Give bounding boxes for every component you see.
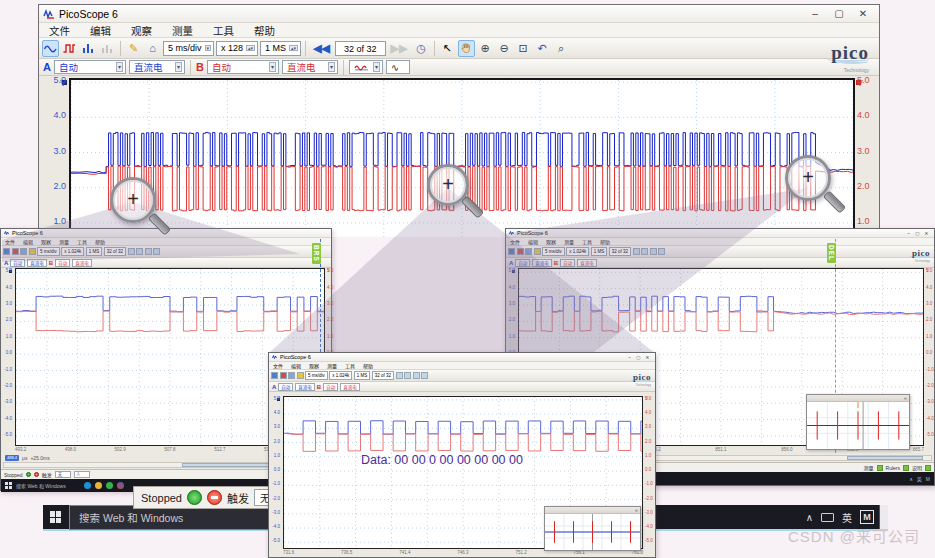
channel-b-coupling-select[interactable]: 直流电 [577, 259, 597, 267]
spectrum-mode-icon[interactable] [525, 248, 532, 255]
menu-edit[interactable]: 编辑 [524, 238, 542, 245]
inset-titlebar[interactable]: ✕ [807, 395, 909, 402]
probe-setup-icon[interactable] [534, 248, 541, 255]
overview-inset-window[interactable]: ✕ [544, 506, 641, 551]
stop-capture-icon[interactable] [34, 472, 39, 477]
channel-b-range-select[interactable]: 自动 [323, 383, 338, 391]
channel-b-label[interactable]: B [554, 260, 558, 266]
rulers-label[interactable]: Rulers [886, 465, 900, 471]
samples-spinner[interactable]: 1 MS [591, 247, 608, 256]
start-capture-button[interactable] [187, 490, 202, 505]
zoom-full-icon[interactable]: ⌕ [553, 40, 570, 57]
brs-badge[interactable]: BRS [312, 243, 321, 264]
channel-a-coupling-select[interactable]: 直流电▾ [129, 60, 185, 74]
file-explorer-icon[interactable] [95, 482, 102, 489]
maximize-button[interactable]: ▢ [827, 8, 851, 19]
scope-mode-icon[interactable] [508, 248, 515, 255]
menu-file[interactable]: 文件 [269, 362, 287, 369]
channel-a-label[interactable]: A [43, 61, 51, 73]
zoom-in-icon[interactable] [413, 372, 420, 379]
start-icon[interactable] [5, 482, 12, 489]
zoom-factor-spinner[interactable]: x 128▴▾ [216, 41, 258, 56]
channel-a-label[interactable]: A [272, 384, 276, 390]
buffer-navigator-icon[interactable]: ◷ [413, 40, 430, 57]
start-capture-icon[interactable] [26, 472, 31, 477]
zoom-out-icon[interactable] [421, 372, 428, 379]
channel-b-range-select[interactable]: 自动▾ [207, 60, 279, 74]
channel-b-range-select[interactable]: 自动 [55, 259, 70, 267]
inset-close-icon[interactable]: ✕ [635, 508, 638, 513]
titlebar[interactable]: PicoScope 6 – ▢ ✕ [39, 5, 879, 23]
menu-help[interactable]: 帮助 [359, 362, 377, 369]
menu-views[interactable]: 观察 [121, 23, 162, 38]
menu-views[interactable]: 观察 [305, 362, 323, 369]
minimize-button[interactable]: – [803, 8, 827, 19]
home-icon[interactable]: ⌂ [144, 40, 161, 57]
timebase-select[interactable]: 5 ms/div [305, 371, 328, 380]
timebase-select[interactable]: 5 ms/div [542, 247, 565, 256]
menu-measurements[interactable]: 测量 [323, 362, 341, 369]
touch-keyboard-icon[interactable] [821, 513, 834, 522]
arrow-tool-icon[interactable] [633, 248, 640, 255]
mini-search-box[interactable]: 搜索 Web 和 Windows [16, 482, 66, 489]
persistence-mode-icon[interactable] [517, 248, 524, 255]
spectrum-mode-icon[interactable] [20, 248, 27, 255]
zoom-out-icon[interactable]: ⊖ [496, 40, 513, 57]
channel-b-coupling-select[interactable]: 直流电 [340, 383, 360, 391]
timebase-select[interactable]: 5 ms/div▾ [163, 41, 214, 56]
menu-file[interactable]: 文件 [1, 238, 19, 245]
channel-b-label[interactable]: B [49, 260, 53, 266]
maximize-button[interactable]: ▢ [913, 231, 922, 236]
menu-tools[interactable]: 工具 [73, 238, 91, 245]
menu-file[interactable]: 文件 [39, 23, 80, 38]
inset-close-icon[interactable]: ✕ [904, 396, 907, 401]
tray-ime-icon[interactable]: M [860, 510, 874, 524]
persistence-mode-icon[interactable] [280, 372, 287, 379]
tray-language[interactable]: 英 [842, 510, 852, 525]
scope-mode-icon[interactable] [3, 248, 10, 255]
persistence-mode-icon[interactable] [12, 248, 19, 255]
arrow-tool-icon[interactable] [396, 372, 403, 379]
overview-plot[interactable] [545, 514, 640, 550]
edge-icon[interactable] [84, 482, 91, 489]
start-button[interactable] [43, 504, 69, 530]
channel-a-range-select[interactable]: 自动 [515, 259, 530, 267]
marquee-zoom-icon[interactable]: ⊡ [515, 40, 532, 57]
rulers-toggle-icon[interactable] [903, 465, 909, 471]
main-waveform-plot[interactable] [69, 78, 855, 237]
channel-a-range-select[interactable]: 自动▾ [54, 60, 126, 74]
hand-tool-icon[interactable] [404, 372, 411, 379]
add-measurement-icon[interactable] [877, 465, 883, 471]
menu-help[interactable]: 帮助 [91, 238, 109, 245]
undo-zoom-icon[interactable]: ↶ [534, 40, 551, 57]
zoom-factor-spinner[interactable]: x 1.024k [61, 247, 84, 256]
inset-titlebar[interactable]: ✕ [545, 507, 640, 514]
math-channel-button[interactable]: ▾ [349, 60, 383, 74]
overview-plot[interactable] [807, 402, 909, 449]
menu-tools[interactable]: 工具 [341, 362, 359, 369]
axis-start-value[interactable]: 488.4 [5, 455, 19, 461]
menu-help[interactable]: 帮助 [596, 238, 614, 245]
close-button[interactable]: ✕ [851, 8, 875, 19]
awg-button[interactable]: ∿ [386, 60, 410, 74]
menu-measurements[interactable]: 测量 [162, 23, 203, 38]
titlebar[interactable]: PicoScope 6 – ▢ ✕ [269, 353, 655, 362]
channel-b-label[interactable]: B [317, 384, 321, 390]
del-badge[interactable]: DEL [827, 243, 836, 263]
alternate-mode-icon[interactable] [99, 40, 116, 57]
scrollbar-thumb[interactable] [847, 456, 923, 460]
tray-expand-icon[interactable]: ∧ [909, 476, 913, 482]
timebase-select[interactable]: 5 ms/div [37, 247, 60, 256]
trigger-mode-select[interactable]: 无 [55, 471, 71, 478]
menu-measurements[interactable]: 测量 [55, 238, 73, 245]
zoom-in-icon[interactable] [650, 248, 657, 255]
scrollbar-thumb[interactable] [182, 463, 279, 467]
samples-spinner[interactable]: 1 MS [86, 247, 103, 256]
probe-setup-icon[interactable] [297, 372, 304, 379]
persistence-mode-icon[interactable] [61, 40, 78, 57]
channel-a-coupling-select[interactable]: 直流电 [295, 383, 315, 391]
channel-b-label[interactable]: B [196, 61, 204, 73]
spectrum-mode-icon[interactable] [80, 40, 97, 57]
minimize-button[interactable]: – [904, 231, 913, 236]
minimize-button[interactable]: – [625, 355, 634, 360]
